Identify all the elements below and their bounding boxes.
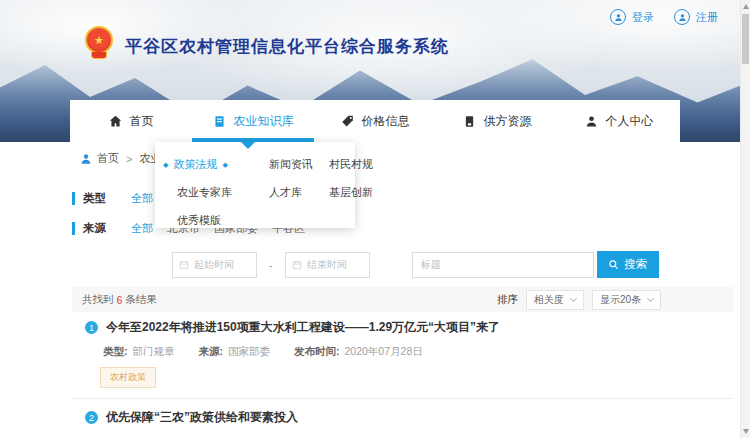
dropdown-item-talent-db[interactable]: 人才库 — [255, 185, 315, 200]
dropdown-item-expert-db[interactable]: 农业专家库 — [163, 185, 255, 200]
date-range-separator: - — [269, 259, 273, 271]
filter-source-option-all[interactable]: 全部 — [131, 221, 153, 236]
login-label: 登录 — [632, 10, 654, 25]
result-index-badge: 1 — [85, 321, 98, 334]
found-suffix: 条结果 — [125, 293, 157, 307]
meta-type: 类型:部门规章 — [103, 345, 175, 359]
nav-item-price-info[interactable]: 价格信息 — [314, 100, 436, 142]
register-button[interactable]: 注册 — [674, 9, 718, 25]
result-index-badge: 2 — [85, 411, 98, 424]
knowledge-book-icon — [213, 115, 226, 128]
login-button[interactable]: 登录 — [610, 9, 654, 25]
login-user-icon — [610, 9, 626, 25]
main-nav: 首页 农业知识库 价格信息 供方资源 个人中心 — [70, 100, 680, 142]
result-item-1-meta: 类型:部门规章 来源:国家部委 发布时间:2020年07月28日 — [103, 345, 423, 359]
meta-value: 部门规章 — [133, 345, 175, 357]
result-item-1-tags: 农村政策 — [100, 366, 156, 388]
filter-accent-bar — [72, 222, 75, 235]
search-icon — [608, 259, 619, 270]
meta-source: 来源:国家部委 — [199, 345, 271, 359]
page-size-value: 显示20条 — [600, 293, 641, 307]
filter-row-type: 类型 全部 — [72, 191, 167, 206]
breadcrumb-user-icon — [80, 153, 92, 165]
meta-label: 类型: — [103, 345, 128, 357]
filter-type-label: 类型 — [83, 191, 131, 206]
vertical-scrollbar[interactable] — [740, 0, 750, 438]
result-count: 6 — [117, 294, 123, 306]
site-title: 平谷区农村管理信息化平台综合服务系统 — [125, 35, 449, 58]
meta-value: 国家部委 — [228, 345, 270, 357]
diamond-icon: ◆ — [163, 161, 168, 169]
nav-item-personal-center[interactable]: 个人中心 — [558, 100, 680, 142]
page-size-select[interactable]: 显示20条 — [592, 290, 661, 310]
dropdown-caret-icon — [241, 142, 255, 149]
result-item-1-title-row[interactable]: 1 今年至2022年将推进150项重大水利工程建设——1.29万亿元“大项目”来… — [85, 319, 500, 336]
calendar-icon — [292, 260, 302, 270]
register-label: 注册 — [696, 10, 718, 25]
scrollbar-thumb[interactable] — [742, 14, 749, 64]
dropdown-grid: ◆ 政策法规 ◆ 新闻资讯 村民村规 农业专家库 人才库 基层创新 优秀模版 — [163, 157, 355, 228]
nav-label: 个人中心 — [606, 113, 654, 130]
auth-actions: 登录 注册 — [610, 9, 718, 25]
search-row: - 搜索 — [172, 251, 659, 278]
chevron-down-icon — [647, 294, 654, 301]
diamond-icon: ◆ — [222, 161, 227, 169]
scroll-down-icon[interactable] — [743, 429, 749, 434]
nav-label: 价格信息 — [362, 113, 410, 130]
dropdown-item-policy[interactable]: ◆ 政策法规 ◆ — [163, 157, 255, 172]
nav-label: 农业知识库 — [234, 113, 294, 130]
chevron-down-icon — [570, 294, 577, 301]
supply-box-icon — [463, 115, 476, 128]
dropdown-item-excellent-templates[interactable]: 优秀模版 — [163, 213, 255, 228]
title-search-field[interactable] — [412, 252, 594, 278]
dropdown-item-news[interactable]: 新闻资讯 — [255, 157, 315, 172]
dropdown-item-label: 政策法规 — [173, 157, 217, 172]
search-button-label: 搜索 — [624, 257, 647, 272]
price-tag-icon — [341, 115, 354, 128]
breadcrumb-home[interactable]: 首页 — [97, 151, 119, 166]
found-prefix: 共找到 — [82, 293, 114, 307]
register-user-icon — [674, 9, 690, 25]
app-window: 登录 注册 ★ 平谷区农村管理信息化平台综合服务系统 首页 农业知识库 价格信息 — [0, 0, 750, 438]
nav-item-home[interactable]: 首页 — [70, 100, 192, 142]
knowledge-base-dropdown: ◆ 政策法规 ◆ 新闻资讯 村民村规 农业专家库 人才库 基层创新 优秀模版 — [155, 142, 355, 228]
nav-item-supplier-resources[interactable]: 供方资源 — [436, 100, 558, 142]
start-date-field[interactable] — [172, 252, 257, 278]
result-divider — [72, 398, 733, 399]
home-icon — [109, 115, 122, 128]
results-summary-bar: 共找到 6 条结果 排序 相关度 显示20条 — [72, 287, 733, 312]
main-content: 首页 > 农业知识库 ◆ 政策法规 ◆ 新闻资讯 村民村规 农业专家库 人才库 … — [0, 142, 750, 438]
search-button[interactable]: 搜索 — [597, 251, 659, 278]
result-item-2-title-row[interactable]: 2 优先保障“三农”政策供给和要素投入 — [85, 409, 298, 426]
calendar-icon — [179, 260, 189, 270]
dropdown-item-village-rules[interactable]: 村民村规 — [315, 157, 373, 172]
nav-label: 首页 — [130, 113, 154, 130]
sort-controls: 排序 相关度 显示20条 — [497, 290, 661, 310]
nav-label: 供方资源 — [484, 113, 532, 130]
filter-type-option-all[interactable]: 全部 — [131, 191, 153, 206]
result-title[interactable]: 今年至2022年将推进150项重大水利工程建设——1.29万亿元“大项目”来了 — [106, 319, 500, 336]
sort-select[interactable]: 相关度 — [526, 290, 584, 310]
user-icon — [585, 115, 598, 128]
start-date-input[interactable] — [194, 259, 250, 270]
title-search-input[interactable] — [421, 259, 585, 270]
nav-item-knowledge-base[interactable]: 农业知识库 — [192, 100, 314, 142]
end-date-input[interactable] — [307, 259, 363, 270]
meta-value: 2020年07月28日 — [345, 345, 423, 357]
filter-accent-bar — [72, 192, 75, 205]
meta-label: 来源: — [199, 345, 224, 357]
national-emblem-icon: ★ — [84, 26, 114, 66]
dropdown-item-grassroots-innovation[interactable]: 基层创新 — [315, 185, 373, 200]
end-date-field[interactable] — [285, 252, 370, 278]
brand: ★ 平谷区农村管理信息化平台综合服务系统 — [84, 26, 449, 66]
result-title[interactable]: 优先保障“三农”政策供给和要素投入 — [106, 409, 298, 426]
sort-value: 相关度 — [534, 293, 564, 307]
breadcrumb-separator: > — [126, 153, 132, 165]
result-tag[interactable]: 农村政策 — [100, 367, 156, 388]
sort-label: 排序 — [497, 293, 518, 307]
scroll-up-icon[interactable] — [743, 4, 749, 9]
meta-label: 发布时间: — [294, 345, 340, 357]
filter-source-label: 来源 — [83, 221, 131, 236]
meta-publish-date: 发布时间:2020年07月28日 — [294, 345, 423, 359]
